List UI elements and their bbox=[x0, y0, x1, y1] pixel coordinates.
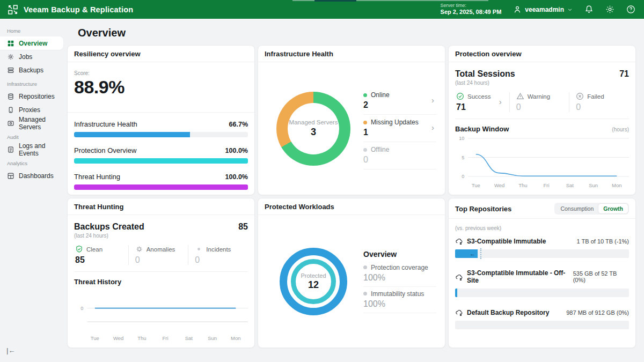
server-time: Server time: Sep 2, 2025, 08:49 PM bbox=[441, 3, 502, 16]
svg-text:Sun: Sun bbox=[208, 335, 217, 341]
divider bbox=[68, 112, 254, 113]
inner-ring: Protected 12 bbox=[291, 259, 336, 304]
repo-usage-bar bbox=[455, 321, 629, 329]
stat-warning: Warning 0 bbox=[509, 92, 569, 112]
card-title: Protected Workloads bbox=[265, 203, 334, 211]
svg-text:Mon: Mon bbox=[612, 182, 621, 188]
svg-text:10: 10 bbox=[459, 136, 464, 141]
sidebar-item-backups[interactable]: Backups bbox=[0, 63, 63, 77]
backup-drives-icon bbox=[7, 67, 14, 74]
consumption-growth-toggle: Consumption Growth bbox=[554, 203, 629, 215]
sidebar-item-label: Managed Servers bbox=[19, 116, 63, 131]
metric-immutability-status: Immutability status 100% bbox=[363, 287, 436, 313]
sidebar-item-logs-and-events[interactable]: Logs and Events bbox=[0, 143, 63, 156]
score-value: 88.9% bbox=[74, 77, 248, 98]
row-value: 100.0% bbox=[225, 173, 248, 181]
sidebar-section-infrastructure: Infrastructure bbox=[0, 77, 63, 90]
incident-dot-icon bbox=[195, 245, 203, 253]
user-name: veeamadmin bbox=[525, 6, 564, 13]
stat-incidents: Incidents 0 bbox=[188, 245, 248, 265]
threat-history-chart: 0TueWedThuFriSatSunMon bbox=[74, 287, 248, 342]
virus-scan-icon bbox=[135, 245, 143, 253]
jobs-gear-icon bbox=[7, 53, 14, 61]
settings-gear-icon[interactable] bbox=[605, 5, 614, 14]
sidebar-item-label: Repositories bbox=[19, 93, 55, 100]
chevron-right-icon: › bbox=[499, 97, 502, 106]
sidebar-item-label: Backups bbox=[19, 67, 43, 74]
backups-created-subtitle: (last 24 hours) bbox=[74, 233, 248, 239]
toggle-growth[interactable]: Growth bbox=[598, 204, 628, 213]
legend-label: Offline bbox=[371, 146, 389, 153]
notifications-bell-icon[interactable] bbox=[584, 5, 594, 14]
row-value: 100.0% bbox=[225, 147, 248, 154]
toggle-consumption[interactable]: Consumption bbox=[555, 204, 598, 213]
resiliency-row-threat-hunting: Threat Hunting 100.0% bbox=[74, 173, 248, 190]
stat-value: 0 bbox=[516, 102, 569, 112]
legend-value: 1 bbox=[363, 128, 436, 137]
card-resiliency-overview: Resiliency overview Score: 88.9% Infrast… bbox=[67, 45, 255, 195]
warning-triangle-icon bbox=[516, 92, 524, 100]
legend-row-missing-updates[interactable]: Missing Updates 1 › bbox=[363, 115, 436, 142]
donut-center-value: 3 bbox=[311, 127, 316, 138]
backups-created-value: 85 bbox=[238, 222, 248, 232]
svg-text:Thu: Thu bbox=[137, 335, 146, 341]
recording-progress-segment bbox=[314, 0, 356, 2]
repo-usage-fill bbox=[455, 289, 457, 297]
svg-text:0: 0 bbox=[80, 306, 83, 311]
sidebar-item-repositories[interactable]: Repositories bbox=[0, 90, 63, 103]
ring-center-label: Protected bbox=[301, 272, 326, 279]
backup-window-chart: 1050TueWedThuFriSatSunMon bbox=[455, 134, 629, 189]
stat-success[interactable]: Success 71 › bbox=[455, 92, 509, 112]
legend-label: Missing Updates bbox=[371, 119, 419, 126]
chevron-right-icon: › bbox=[431, 95, 434, 105]
sidebar-section-analytics: Analytics bbox=[0, 156, 63, 169]
legend-row-offline: Offline 0 bbox=[363, 142, 436, 169]
legend-row-online[interactable]: Online 2 › bbox=[363, 87, 436, 115]
svg-text:Sun: Sun bbox=[589, 182, 598, 188]
repo-usage: 987 MB of 912 GB (0%) bbox=[566, 309, 629, 316]
sidebar-item-proxies[interactable]: Proxies bbox=[0, 103, 63, 116]
backup-window-unit: (hours) bbox=[612, 127, 629, 132]
card-threat-hunting: Threat Hunting Backups Created 85 (last … bbox=[67, 198, 255, 348]
sidebar-item-managed-servers[interactable]: Managed Servers bbox=[0, 116, 63, 130]
outer-ring: Protected 12 bbox=[280, 248, 347, 315]
card-title: Resiliency overview bbox=[74, 50, 141, 58]
row-label: Protection Overview bbox=[74, 146, 136, 154]
card-protection-overview: Protection overview Total Sessions 71 (l… bbox=[448, 45, 636, 195]
sidebar-item-jobs[interactable]: Jobs bbox=[0, 50, 63, 63]
stat-anomalies: Anomalies 0 bbox=[128, 245, 188, 265]
missing-updates-dot bbox=[363, 121, 367, 124]
stat-clean[interactable]: Clean 85 bbox=[74, 245, 128, 265]
svg-text:0: 0 bbox=[462, 174, 464, 179]
user-menu[interactable]: veeamadmin bbox=[513, 5, 573, 14]
infra-health-legend: Online 2 › Missing Updates 1 › Offline bbox=[363, 87, 436, 169]
svg-text:Fri: Fri bbox=[544, 182, 550, 188]
stat-label: Failed bbox=[587, 93, 604, 100]
shield-check-icon bbox=[75, 245, 83, 253]
sidebar-item-dashboards[interactable]: Dashboards bbox=[0, 169, 63, 182]
top-bar: Veeam Backup & Replication Server time: … bbox=[0, 0, 644, 19]
repo-usage: 535 GB of 52 TB (0%) bbox=[573, 270, 629, 283]
backup-window-title: Backup Window bbox=[455, 125, 509, 133]
managed-servers-donut-chart: Managed Servers 3 bbox=[276, 92, 350, 166]
sidebar-collapse-button[interactable]: |← bbox=[6, 346, 15, 354]
sidebar-item-overview[interactable]: Overview bbox=[0, 36, 63, 50]
progress-bar bbox=[74, 158, 248, 164]
stat-value: 0 bbox=[576, 102, 629, 112]
repo-name: Default Backup Repository bbox=[467, 309, 549, 316]
stat-label: Incidents bbox=[206, 246, 231, 253]
progress-fill bbox=[74, 158, 248, 164]
progress-bar bbox=[74, 184, 248, 190]
svg-text:Tue: Tue bbox=[472, 182, 480, 188]
sidebar-item-label: Jobs bbox=[19, 53, 32, 61]
help-icon[interactable] bbox=[626, 5, 635, 14]
server-time-value: Sep 2, 2025, 08:49 PM bbox=[441, 9, 502, 16]
stat-value: 0 bbox=[195, 255, 248, 265]
server-time-label: Server time: bbox=[441, 3, 502, 9]
sidebar-item-label: Overview bbox=[19, 40, 47, 47]
card-infrastructure-health: Infrastructure Health Managed Servers 3 … bbox=[258, 45, 445, 195]
stat-label: Anomalies bbox=[147, 246, 175, 253]
stat-label: Warning bbox=[528, 93, 550, 100]
row-value: 66.7% bbox=[229, 121, 248, 128]
svg-text:Sat: Sat bbox=[185, 335, 193, 341]
